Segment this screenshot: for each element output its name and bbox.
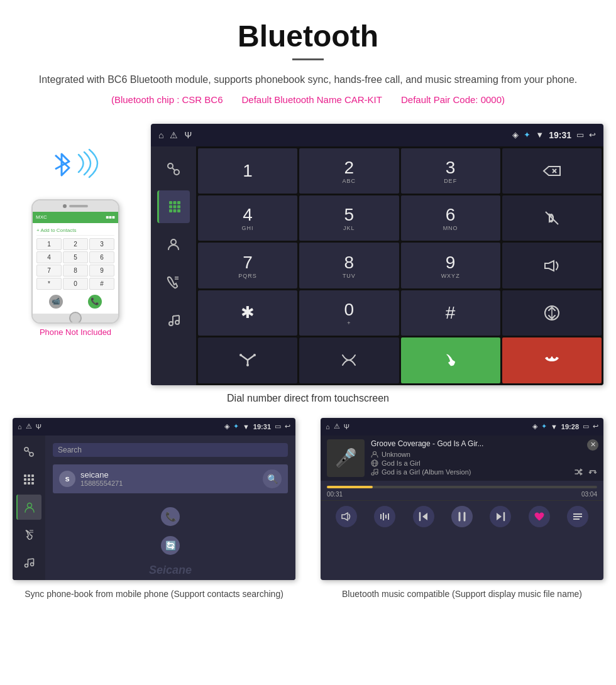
music-meta-album: God Is a Girl — [371, 459, 597, 467]
backspace-icon — [542, 164, 561, 178]
home-icon[interactable]: ⌂ — [158, 130, 163, 140]
pb-dialpad-icon[interactable] — [16, 467, 41, 492]
music-back-icon[interactable]: ↩ — [593, 422, 598, 430]
pb-contact-item[interactable]: s seicane 15885554271 🔍 — [53, 464, 288, 493]
pb-music-icon[interactable] — [16, 550, 41, 575]
key-7[interactable]: 7 PQRS — [198, 243, 297, 288]
key-0[interactable]: 0 + — [299, 290, 399, 336]
svg-point-12 — [171, 239, 176, 244]
phone-key-hash[interactable]: # — [89, 278, 114, 290]
phone-key-1[interactable]: 1 — [36, 238, 62, 250]
svg-rect-40 — [31, 482, 34, 485]
pb-link-icon[interactable] — [16, 439, 41, 464]
phone-key-8[interactable]: 8 — [63, 265, 88, 277]
key-4[interactable]: 4 GHI — [198, 195, 297, 241]
phone-video-btn[interactable]: 📹 — [49, 295, 63, 309]
prev-btn[interactable] — [413, 506, 434, 527]
svg-rect-32 — [24, 474, 26, 477]
music-statusbar: ⌂ ⚠ Ψ ◈ ✦ ▼ 19:28 ▭ ↩ — [321, 418, 603, 436]
pb-call-action-btn[interactable]: 📞 — [161, 507, 180, 526]
phone-top-bar — [33, 200, 118, 212]
music-usb-icon: Ψ — [344, 423, 349, 430]
key-merge[interactable] — [198, 337, 297, 383]
svg-rect-33 — [28, 474, 30, 477]
pb-sync-btn[interactable]: 🔄 — [161, 536, 180, 555]
play-pause-btn[interactable] — [451, 506, 473, 527]
phone-key-0[interactable]: 0 — [63, 278, 88, 290]
sidebar-music-icon[interactable] — [157, 304, 190, 336]
sidebar-contacts-icon[interactable] — [157, 228, 190, 261]
key-volume[interactable] — [502, 243, 602, 288]
key-swap[interactable] — [502, 290, 602, 336]
music-close-btn[interactable]: ✕ — [587, 439, 598, 451]
pb-search-row: Search — [49, 439, 292, 461]
phone-key-3[interactable]: 3 — [89, 238, 114, 250]
phone-key-5[interactable]: 5 — [63, 251, 88, 263]
phone-mockup: MXC ■■■ + Add to Contacts 1 2 3 4 5 6 7 … — [31, 199, 119, 324]
key-9[interactable]: 9 WXYZ — [401, 243, 500, 288]
key-backspace[interactable] — [502, 148, 602, 194]
phone-call-btn[interactable]: 📞 — [88, 295, 102, 309]
progress-bar[interactable] — [327, 486, 597, 488]
stereo-main-screen: ⌂ ⚠ Ψ ◈ ✦ ▼ 19:31 ▭ ↩ — [151, 124, 603, 385]
music-album: God Is a Girl — [382, 459, 421, 467]
key-6[interactable]: 6 MNO — [401, 195, 500, 241]
pb-contact-search-btn[interactable]: 🔍 — [263, 469, 282, 488]
phone-key-7[interactable]: 7 — [36, 265, 62, 277]
phone-key-2[interactable]: 2 — [63, 238, 88, 250]
sidebar-dialpad-icon[interactable] — [157, 190, 190, 223]
phone-battery: ■■■ — [106, 214, 116, 220]
next-btn[interactable] — [490, 506, 511, 527]
key-hash[interactable]: # — [401, 290, 500, 336]
shuffle-icon[interactable] — [574, 468, 583, 476]
phone-key-4[interactable]: 4 — [36, 251, 62, 263]
pb-sidebar — [13, 436, 45, 580]
seicane-watermark: Seicane — [149, 564, 192, 577]
equalizer-btn[interactable] — [374, 506, 395, 527]
heart-btn[interactable] — [529, 506, 550, 527]
pb-status-right: ◈ ✦ ▼ 19:31 ▭ ↩ — [224, 422, 290, 430]
phone-key-6[interactable]: 6 — [89, 251, 114, 263]
spec-name: Default Bluetooth Name CAR-KIT — [242, 94, 382, 105]
key-dtmf[interactable] — [299, 337, 399, 383]
svg-point-0 — [168, 163, 173, 168]
pb-usb-icon: Ψ — [36, 423, 41, 430]
key-mute[interactable] — [502, 195, 602, 241]
sidebar-link-icon[interactable] — [157, 153, 190, 185]
key-star[interactable]: ✱ — [198, 290, 297, 336]
back-icon[interactable]: ↩ — [589, 130, 596, 140]
phone-key-star[interactable]: * — [36, 278, 62, 290]
phone-home-btn[interactable] — [69, 312, 82, 324]
key-2[interactable]: 2 ABC — [299, 148, 399, 194]
volume-control-btn[interactable] — [336, 506, 357, 527]
svg-line-2 — [172, 168, 175, 170]
phone-carrier: MXC — [36, 214, 47, 220]
phone-key-9[interactable]: 9 — [89, 265, 114, 277]
playlist-btn[interactable] — [567, 506, 588, 527]
svg-rect-39 — [28, 482, 30, 485]
sidebar-calls-icon[interactable] — [157, 266, 190, 299]
pb-home-icon[interactable]: ⌂ — [18, 423, 22, 430]
phone-call-row: 📹 📞 — [36, 292, 114, 311]
music-home-icon[interactable]: ⌂ — [326, 423, 330, 430]
key-call[interactable] — [401, 337, 500, 383]
volume-icon — [542, 258, 561, 273]
pb-back-icon[interactable]: ↩ — [285, 422, 290, 430]
pb-calls-icon[interactable] — [16, 522, 41, 547]
pb-contacts-icon[interactable] — [16, 495, 41, 520]
key-5[interactable]: 5 JKL — [299, 195, 399, 241]
music-progress: 00:31 03:04 — [321, 481, 603, 500]
pb-statusbar: ⌂ ⚠ Ψ ◈ ✦ ▼ 19:31 ▭ ↩ — [13, 418, 295, 436]
bluetooth-signal-area — [47, 143, 104, 193]
music-wifi-icon: ▼ — [551, 423, 558, 430]
key-8[interactable]: 8 TUV — [299, 243, 399, 288]
svg-rect-5 — [177, 201, 180, 204]
repeat-icon[interactable] — [588, 468, 597, 476]
key-3[interactable]: 3 DEF — [401, 148, 500, 194]
svg-line-48 — [28, 559, 34, 559]
svg-rect-35 — [24, 478, 26, 481]
key-end[interactable] — [502, 337, 602, 383]
pb-search-box[interactable]: Search — [53, 443, 288, 457]
key-1[interactable]: 1 — [198, 148, 297, 194]
svg-point-29 — [25, 447, 28, 451]
